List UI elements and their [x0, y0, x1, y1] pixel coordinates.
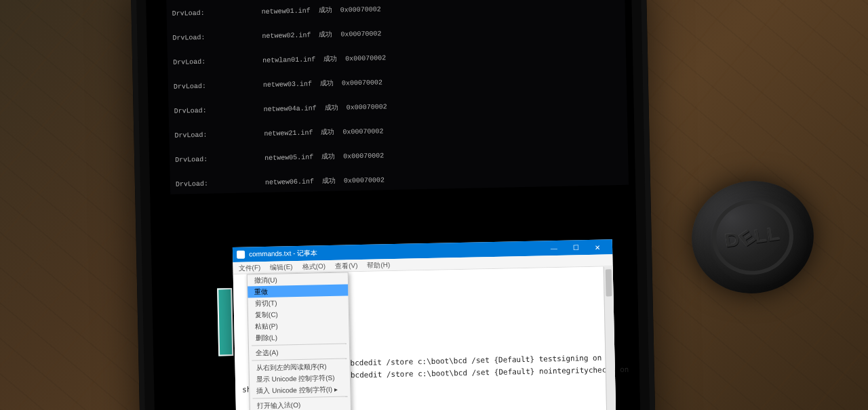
notepad-body: bcdedit /store c:\boot\bcd /set {Default…	[233, 266, 616, 410]
cmd-line: DrvLoad: netwlan01.inf 成功 0x00070002	[173, 49, 620, 67]
side-panel-tab[interactable]	[217, 288, 233, 356]
notepad-icon	[237, 251, 245, 259]
cmd-line: DrvLoad: netwew06.inf 成功 0x00070002	[176, 171, 623, 189]
minimize-button[interactable]: —	[543, 241, 565, 256]
tablet-device: DrvLoad: netwew01.inf 成功 0x00070002 DrvL…	[131, 0, 656, 410]
context-menu[interactable]: 撤消(U) 重做 剪切(T) 复制(C) 粘贴(P) 删除(L) 全选(A) 从…	[247, 272, 352, 410]
menu-item-selectall[interactable]: 全选(A)	[249, 345, 349, 358]
menu-format[interactable]: 格式(O)	[302, 262, 326, 272]
close-button[interactable]: ✕	[587, 239, 608, 255]
command-prompt-window[interactable]: DrvLoad: netwew01.inf 成功 0x00070002 DrvL…	[166, 0, 629, 194]
maximize-button[interactable]: ☐	[565, 240, 587, 255]
scrollbar-vertical[interactable]	[604, 266, 616, 410]
cmd-line: DrvLoad: netwew04a.inf 成功 0x00070002	[174, 98, 622, 116]
screen: DrvLoad: netwew01.inf 成功 0x00070002 DrvL…	[146, 0, 641, 410]
cmd-line: DrvLoad: netwew01.inf 成功 0x00070002	[172, 1, 620, 18]
menu-item-delete[interactable]: 删除(L)	[249, 330, 349, 344]
menu-file[interactable]: 文件(F)	[238, 263, 260, 273]
cmd-line: DrvLoad: netwew03.inf 成功 0x00070002	[174, 74, 621, 91]
notepad-window[interactable]: commands.txt - 记事本 — ☐ ✕ 文件(F) 编辑(E) 格式(…	[233, 239, 616, 410]
dell-logo-text: DELL	[707, 194, 798, 280]
cmd-line: DrvLoad: netwew05.inf 成功 0x00070002	[175, 147, 623, 165]
desk-scene: DrvLoad: netwew01.inf 成功 0x00070002 DrvL…	[0, 0, 868, 410]
cmd-line: DrvLoad: netwew21.inf 成功 0x00070002	[174, 123, 622, 140]
menu-edit[interactable]: 编辑(E)	[270, 262, 293, 272]
dell-logo-badge: DELL	[684, 173, 821, 301]
menu-help[interactable]: 帮助(H)	[367, 260, 390, 270]
menu-item-insert-unicode[interactable]: 插入 Unicode 控制字符(I) ▸	[250, 383, 350, 396]
cmd-line: DrvLoad: netwew02.inf 成功 0x00070002	[172, 25, 620, 43]
menu-item-ime[interactable]: 打开输入法(O)	[250, 398, 351, 410]
menu-view[interactable]: 查看(V)	[335, 261, 358, 271]
scrollbar-thumb[interactable]	[606, 269, 612, 296]
